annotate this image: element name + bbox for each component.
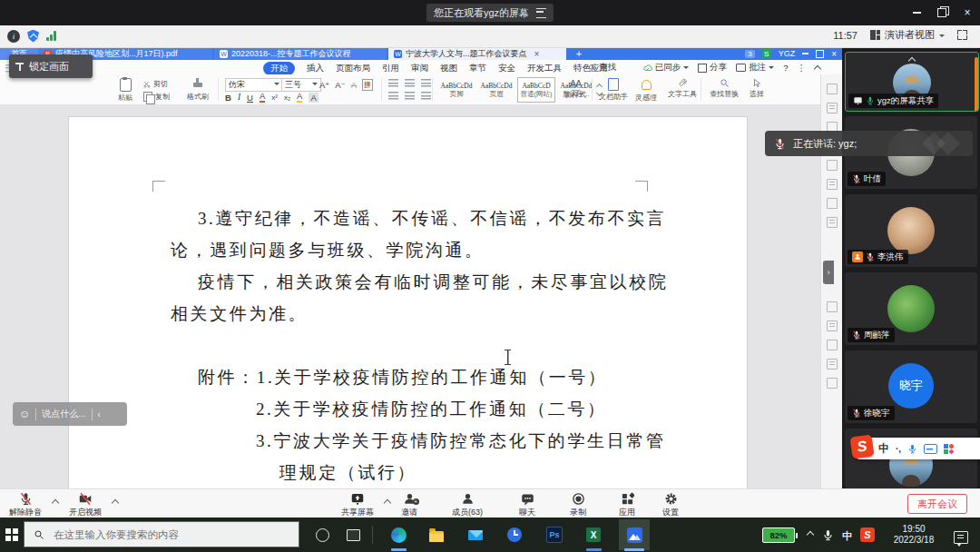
sogou-logo-icon[interactable]: S (849, 434, 874, 458)
participant-tile[interactable]: 晓宇 徐晓宇 (845, 350, 977, 423)
menu-references[interactable]: 引用 (382, 63, 399, 74)
menu-dev-tools[interactable]: 开发工具 (527, 63, 562, 74)
find-replace-button[interactable]: 查找替换 (710, 78, 739, 99)
tab-doc-agenda[interactable]: W 20220318-...控专题工作会议议程 (214, 47, 387, 60)
input-lang-indicator[interactable]: 中 (842, 529, 852, 543)
doc-assistant-button[interactable]: 文档助手 (599, 78, 628, 102)
text-tool-button[interactable]: 文字工具 (668, 78, 697, 99)
cut-button[interactable]: 剪切 复制 (143, 79, 170, 102)
new-tab-button[interactable]: + (566, 47, 592, 60)
sidebar-tool-icon[interactable] (827, 179, 838, 190)
share-button[interactable]: 分享 (698, 62, 727, 74)
participant-tile[interactable]: 周鹂萍 (845, 272, 977, 345)
taskbar-search[interactable] (24, 521, 299, 547)
unmute-button[interactable]: 解除静音 (9, 492, 42, 518)
network-signal-icon[interactable] (46, 31, 56, 41)
sidebar-tool-icon[interactable] (827, 198, 838, 209)
numbered-list-icon[interactable] (405, 79, 415, 87)
sidebar-tool-icon[interactable] (827, 340, 838, 350)
line-spacing-icon[interactable] (421, 92, 431, 100)
find-button[interactable]: 查找 (588, 62, 616, 74)
photoshop-icon[interactable]: Ps (544, 525, 564, 545)
tray-expand-chevron[interactable] (807, 531, 814, 538)
share-screen-button[interactable]: 共享屏幕 (341, 492, 374, 518)
sidebar-tool-icon[interactable] (827, 217, 838, 228)
docs-count-badge[interactable]: 3 (745, 50, 754, 58)
clock-app-icon[interactable] (505, 525, 524, 545)
restore-button[interactable] (929, 0, 955, 25)
start-video-button[interactable]: 开启视频 (69, 492, 102, 518)
menu-home[interactable]: 开始 (263, 62, 295, 75)
view-mode-dropdown[interactable]: 演讲者视图 (870, 28, 945, 42)
record-button[interactable]: 录制 (570, 492, 586, 518)
sidebar-tool-icon[interactable] (827, 301, 838, 312)
highlight-button[interactable]: A (297, 92, 302, 103)
account-name[interactable]: YGZ (779, 49, 796, 58)
subscript-button[interactable]: x₂ (284, 94, 290, 102)
italic-button[interactable]: I (238, 93, 240, 102)
minimize-button[interactable] (904, 0, 929, 25)
task-view-button[interactable] (343, 525, 363, 545)
tray-mic-icon[interactable] (822, 529, 834, 541)
sidebar-tool-icon[interactable] (827, 378, 838, 389)
underline-button[interactable]: U (247, 93, 253, 103)
fullscreen-icon[interactable] (957, 30, 967, 40)
tab-doc-active[interactable]: W 宁波大学人文与...题工作会议要点 × (388, 47, 566, 60)
align-left-icon[interactable] (388, 92, 398, 100)
menu-section[interactable]: 章节 (469, 63, 486, 74)
tab-close-icon[interactable]: × (534, 49, 540, 59)
sidebar-tool-icon[interactable] (827, 103, 838, 113)
clear-format-button[interactable]: A (351, 80, 357, 90)
chat-button[interactable]: 聊天 (519, 492, 535, 518)
notification-center-icon[interactable] (951, 527, 971, 547)
clock[interactable]: 19:50 2022/3/18 (885, 524, 943, 546)
video-options-chevron[interactable] (112, 499, 119, 507)
paste-button[interactable]: 粘贴 (118, 78, 132, 103)
superscript-button[interactable]: x² (271, 94, 278, 102)
meeting-info-icon[interactable]: i (7, 30, 20, 43)
inspiration-button[interactable]: 灵感理 (635, 78, 657, 103)
phonetic-guide-button[interactable]: 拼 (362, 79, 373, 91)
outline-list-icon[interactable] (421, 79, 431, 87)
style-footer[interactable]: AaBbCcDd 页脚 (437, 77, 475, 103)
cortana-button[interactable] (312, 525, 332, 545)
style-header[interactable]: AaBbCcDd 页眉 (477, 77, 515, 103)
menu-review[interactable]: 审阅 (411, 63, 428, 74)
style-normal-web[interactable]: AaBbCcD 普通(网站) (517, 77, 555, 103)
share-options-chevron[interactable] (384, 499, 391, 507)
soft-keyboard-icon[interactable] (924, 444, 937, 454)
edge-icon[interactable] (388, 525, 408, 545)
menu-page-layout[interactable]: 页面布局 (336, 63, 370, 74)
banner-menu-icon[interactable] (536, 8, 546, 18)
chat-input-placeholder[interactable]: 说点什么... (42, 408, 85, 420)
members-button[interactable]: 成员(63) (452, 492, 483, 518)
watching-banner[interactable]: 您正在观看ygz的屏幕 (426, 4, 554, 22)
mail-icon[interactable] (466, 525, 485, 545)
format-painter-button[interactable]: 格式刷 (187, 77, 209, 102)
sidebar-tool-icon[interactable] (827, 359, 838, 370)
char-shading-button[interactable]: A (309, 93, 318, 103)
sidebar-tool-icon[interactable] (827, 320, 838, 331)
synced-status[interactable]: 已同步 (643, 62, 690, 74)
collapse-chat-icon[interactable]: ‹ (98, 409, 101, 419)
bold-button[interactable]: B (225, 93, 231, 103)
file-explorer-icon[interactable] (426, 525, 446, 545)
bullet-list-icon[interactable] (388, 79, 398, 87)
audio-options-chevron[interactable] (52, 499, 59, 507)
protection-shield-icon[interactable] (27, 30, 39, 43)
more-menu-icon[interactable]: ⋮ (798, 63, 807, 73)
excel-icon[interactable]: X (583, 525, 603, 545)
sidebar-tool-icon[interactable] (827, 160, 838, 171)
apps-button[interactable]: 应用 (619, 492, 635, 518)
app-minimize-icon[interactable] (802, 53, 808, 54)
app-close-icon[interactable]: × (831, 49, 837, 59)
sidebar-expand-handle[interactable]: › (823, 261, 834, 284)
lang-mode-toggle[interactable]: 中 (878, 441, 889, 457)
search-input[interactable] (52, 528, 264, 541)
quick-chat-bar[interactable]: ☺ 说点什么... ‹ (13, 402, 127, 426)
participant-tile[interactable]: 李洪伟 (845, 194, 977, 267)
emoji-icon[interactable]: ☺ (19, 409, 30, 419)
toolbox-icon[interactable] (944, 444, 954, 454)
voice-input-icon[interactable] (907, 444, 917, 454)
participant-tile-ygz[interactable]: ygz的屏幕共享 (845, 52, 979, 112)
